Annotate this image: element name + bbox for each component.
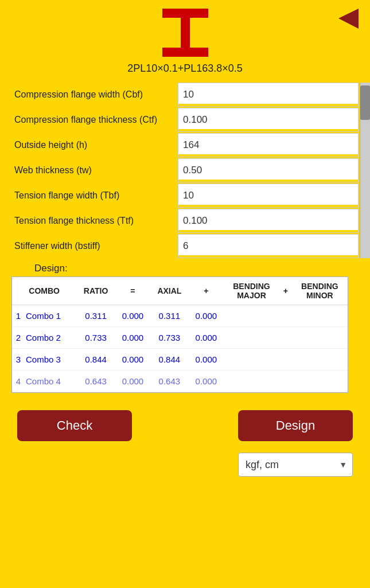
field-row-2: Outside height (h) bbox=[11, 133, 359, 157]
table-cell-1-1: Combo 2 bbox=[24, 327, 76, 349]
field-label-1: Compression flange thickness (Ctf) bbox=[11, 115, 178, 125]
scrollbar[interactable] bbox=[360, 83, 370, 258]
table-cell-0-0: 1 bbox=[12, 305, 24, 327]
table-cell-0-3: 0.000 bbox=[115, 305, 150, 327]
field-underline-0 bbox=[178, 104, 358, 106]
table-cell-2-4: 0.844 bbox=[150, 349, 189, 371]
svg-rect-3 bbox=[162, 48, 208, 57]
table-cell-2-1: Combo 3 bbox=[24, 349, 76, 371]
table-cell-2-3: 0.000 bbox=[115, 349, 150, 371]
fields-container: Compression flange width (Cbf)Compressio… bbox=[0, 83, 370, 258]
back-button[interactable] bbox=[336, 6, 361, 32]
svg-rect-2 bbox=[181, 18, 190, 48]
table-cell-1-3: 0.000 bbox=[115, 327, 150, 349]
svg-rect-1 bbox=[162, 9, 208, 18]
field-input-wrap-1 bbox=[178, 108, 359, 132]
table-cell-3-0: 4 bbox=[12, 371, 24, 392]
table-cell-1-5: 0.000 bbox=[189, 327, 224, 349]
design-table-wrap: COMBO RATIO = AXIAL + BENDINGMAJOR + BEN… bbox=[11, 277, 348, 393]
top-area: 2PL10×0.1+PL163.8×0.5 bbox=[0, 0, 370, 83]
field-label-5: Tension flange thickness (Ttf) bbox=[11, 216, 178, 226]
fields-area: Compression flange width (Cbf)Compressio… bbox=[0, 83, 370, 258]
table-cell-2-5: 0.000 bbox=[189, 349, 224, 371]
beam-label: 2PL10×0.1+PL163.8×0.5 bbox=[127, 63, 243, 75]
table-cell-1-0: 2 bbox=[12, 327, 24, 349]
th-plus1: + bbox=[189, 277, 224, 305]
field-row-1: Compression flange thickness (Ctf) bbox=[11, 108, 359, 132]
field-input-6[interactable] bbox=[178, 235, 358, 255]
design-section: Design: COMBO RATIO = AXIAL + BENDINGMAJ… bbox=[11, 263, 359, 393]
field-underline-6 bbox=[178, 255, 358, 258]
th-bending-minor: BENDINGMINOR bbox=[292, 277, 348, 305]
field-underline-5 bbox=[178, 230, 358, 232]
table-cell-0-2: 0.311 bbox=[76, 305, 115, 327]
th-bending-major: BENDINGMAJOR bbox=[224, 277, 279, 305]
field-label-2: Outside height (h) bbox=[11, 140, 178, 150]
field-input-2[interactable] bbox=[178, 134, 358, 154]
design-label: Design: bbox=[11, 263, 359, 274]
th-axial: AXIAL bbox=[150, 277, 189, 305]
check-button[interactable]: Check bbox=[17, 410, 132, 441]
table-cell-0-5: 0.000 bbox=[189, 305, 224, 327]
field-row-4: Tension flange width (Tbf) bbox=[11, 184, 359, 208]
field-underline-1 bbox=[178, 129, 358, 131]
table-cell-0-1: Combo 1 bbox=[24, 305, 76, 327]
beam-icon bbox=[159, 6, 211, 60]
field-input-wrap-5 bbox=[178, 209, 359, 233]
table-cell-0-4: 0.311 bbox=[150, 305, 189, 327]
field-label-6: Stiffener width (bstiff) bbox=[11, 241, 178, 251]
th-combo: COMBO bbox=[12, 277, 76, 305]
field-input-wrap-0 bbox=[178, 83, 359, 107]
field-row-3: Web thickness (tw) bbox=[11, 158, 359, 182]
field-label-4: Tension flange width (Tbf) bbox=[11, 190, 178, 201]
units-row: kgf, cmkN, mlbf, ftlbf, in bbox=[0, 453, 370, 488]
table-cell-2-0: 3 bbox=[12, 349, 24, 371]
table-row-0: 1Combo 10.3110.0000.3110.000 bbox=[12, 305, 348, 327]
field-row-0: Compression flange width (Cbf) bbox=[11, 83, 359, 107]
table-row-1: 2Combo 20.7330.0000.7330.000 bbox=[12, 327, 348, 349]
design-table: COMBO RATIO = AXIAL + BENDINGMAJOR + BEN… bbox=[12, 277, 348, 392]
scroll-thumb[interactable] bbox=[360, 85, 370, 120]
th-plus2: + bbox=[279, 277, 292, 305]
field-row-6: Stiffener width (bstiff) bbox=[11, 234, 359, 258]
table-cell-1-4: 0.733 bbox=[150, 327, 189, 349]
field-input-4[interactable] bbox=[178, 184, 358, 205]
field-underline-3 bbox=[178, 180, 358, 182]
field-input-3[interactable] bbox=[178, 159, 358, 180]
table-cell-3-1: Combo 4 bbox=[24, 371, 76, 392]
field-row-5: Tension flange thickness (Ttf) bbox=[11, 209, 359, 233]
field-input-wrap-4 bbox=[178, 184, 359, 208]
table-cell-1-2: 0.733 bbox=[76, 327, 115, 349]
field-input-1[interactable] bbox=[178, 108, 358, 129]
svg-marker-0 bbox=[338, 9, 359, 29]
table-cell-3-2: 0.643 bbox=[76, 371, 115, 392]
field-input-wrap-3 bbox=[178, 158, 359, 182]
table-row-3: 4Combo 40.6430.0000.6430.000 bbox=[12, 371, 348, 392]
table-cell-2-2: 0.844 bbox=[76, 349, 115, 371]
field-label-3: Web thickness (tw) bbox=[11, 165, 178, 176]
table-row-2: 3Combo 30.8440.0000.8440.000 bbox=[12, 349, 348, 371]
th-ratio: RATIO bbox=[76, 277, 115, 305]
field-input-wrap-6 bbox=[178, 234, 359, 258]
field-underline-4 bbox=[178, 205, 358, 207]
table-header-row: COMBO RATIO = AXIAL + BENDINGMAJOR + BEN… bbox=[12, 277, 348, 305]
table-cell-3-5: 0.000 bbox=[189, 371, 224, 392]
table-cell-3-3: 0.000 bbox=[115, 371, 150, 392]
th-equals: = bbox=[115, 277, 150, 305]
field-input-wrap-2 bbox=[178, 133, 359, 157]
design-button[interactable]: Design bbox=[238, 410, 353, 441]
units-wrapper: kgf, cmkN, mlbf, ftlbf, in bbox=[238, 453, 353, 477]
field-input-0[interactable] bbox=[178, 83, 358, 104]
field-label-0: Compression flange width (Cbf) bbox=[11, 89, 178, 100]
buttons-row: Check Design bbox=[0, 399, 370, 453]
field-underline-2 bbox=[178, 154, 358, 157]
field-input-5[interactable] bbox=[178, 209, 358, 230]
units-select[interactable]: kgf, cmkN, mlbf, ftlbf, in bbox=[238, 453, 353, 477]
table-cell-3-4: 0.643 bbox=[150, 371, 189, 392]
